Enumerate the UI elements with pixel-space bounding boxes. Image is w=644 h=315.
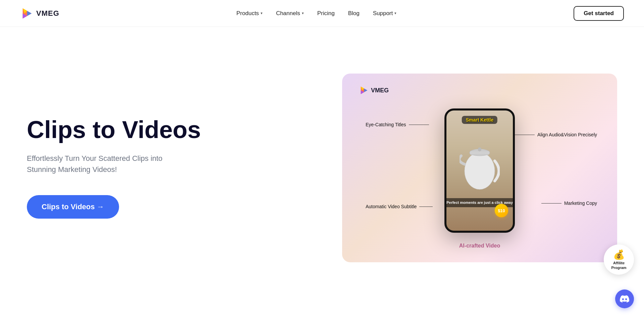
demo-card: VMEG Eye-Catching Titles Automatic Video… bbox=[342, 74, 617, 262]
phone-mock: Smart Kettle bbox=[444, 108, 515, 233]
hero-section: Clips to Videos Effortlessly Turn Your S… bbox=[0, 27, 644, 302]
chevron-down-icon: ▾ bbox=[261, 11, 263, 15]
get-started-button[interactable]: Get started bbox=[574, 6, 624, 21]
logo-link[interactable]: VMEG bbox=[20, 7, 59, 20]
annotation-audio: Align Audio&Vision Precisely bbox=[515, 132, 597, 137]
nav-links: Products ▾ Channels ▾ Pricing Blog Suppo… bbox=[236, 10, 396, 17]
nav-products[interactable]: Products ▾ bbox=[236, 10, 263, 17]
annotation-subtitle: Automatic Video Subtitle bbox=[366, 204, 433, 209]
chevron-down-icon: ▾ bbox=[394, 11, 396, 15]
discord-icon bbox=[620, 294, 629, 302]
svg-rect-11 bbox=[478, 147, 481, 151]
hero-left: Clips to Videos Effortlessly Turn Your S… bbox=[27, 117, 201, 219]
phone-kettle-illustration bbox=[460, 127, 500, 194]
nav-blog[interactable]: Blog bbox=[348, 10, 360, 17]
coin-icon: 💰 bbox=[613, 249, 625, 260]
logo-text: VMEG bbox=[36, 9, 59, 18]
phone-screen: Smart Kettle bbox=[446, 110, 513, 231]
annotation-eye-catching: Eye-Catching Titles bbox=[366, 122, 429, 127]
hero-title: Clips to Videos bbox=[27, 117, 201, 143]
affiliate-label: AffiliteProgram bbox=[611, 261, 626, 270]
phone-title-overlay: Smart Kettle bbox=[462, 116, 497, 124]
nav-support[interactable]: Support ▾ bbox=[373, 10, 397, 17]
card-logo-text: VMEG bbox=[371, 87, 389, 94]
annotation-marketing: Marketing Copy bbox=[541, 200, 597, 206]
svg-marker-3 bbox=[27, 11, 32, 16]
nav-pricing[interactable]: Pricing bbox=[317, 10, 335, 17]
svg-point-8 bbox=[465, 152, 495, 189]
phone-price-tag: $10 bbox=[495, 204, 508, 217]
hero-subtitle: Effortlessly Turn Your Scattered Clips i… bbox=[27, 153, 174, 175]
navbar: VMEG Products ▾ Channels ▾ Pricing Blog … bbox=[0, 0, 644, 27]
logo-icon bbox=[20, 7, 33, 20]
card-logo: VMEG bbox=[359, 86, 600, 95]
svg-marker-7 bbox=[364, 88, 367, 92]
clips-to-videos-button[interactable]: Clips to Videos → bbox=[27, 195, 119, 219]
nav-channels[interactable]: Channels ▾ bbox=[276, 10, 304, 17]
chevron-down-icon: ▾ bbox=[302, 11, 304, 15]
affiliate-widget[interactable]: 💰 AffiliteProgram bbox=[604, 244, 634, 275]
hero-right: VMEG Eye-Catching Titles Automatic Video… bbox=[201, 74, 617, 262]
card-logo-icon bbox=[359, 86, 368, 95]
ai-crafted-label: AI-crafted Video bbox=[359, 243, 600, 249]
